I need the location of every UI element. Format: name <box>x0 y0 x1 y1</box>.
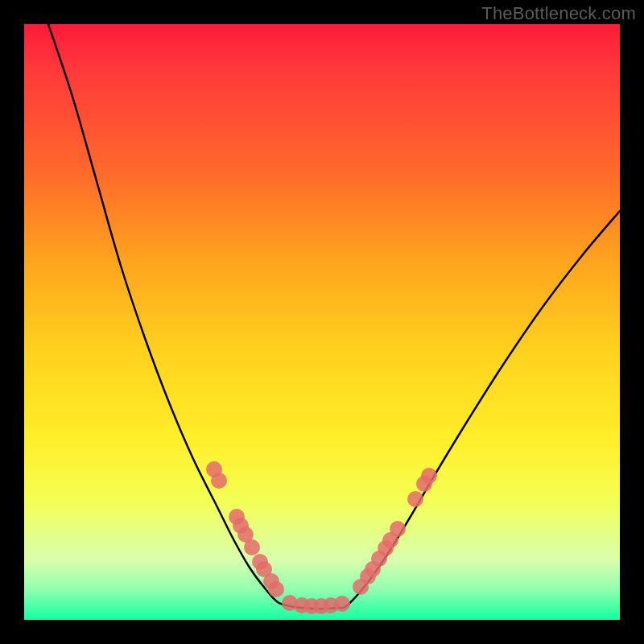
chart-svg <box>24 24 620 620</box>
marker-group <box>206 461 437 614</box>
curve-marker <box>268 581 284 597</box>
curve-marker <box>211 473 227 489</box>
curve-group <box>48 24 620 609</box>
curve-marker <box>390 521 406 537</box>
chart-frame: TheBottleneck.com <box>0 0 644 644</box>
curve-marker <box>421 468 437 484</box>
watermark-text: TheBottleneck.com <box>481 3 636 24</box>
bottleneck-curve <box>48 24 620 609</box>
curve-marker <box>244 539 260 555</box>
curve-marker <box>334 596 350 612</box>
curve-marker <box>407 491 423 507</box>
plot-area <box>24 24 620 620</box>
